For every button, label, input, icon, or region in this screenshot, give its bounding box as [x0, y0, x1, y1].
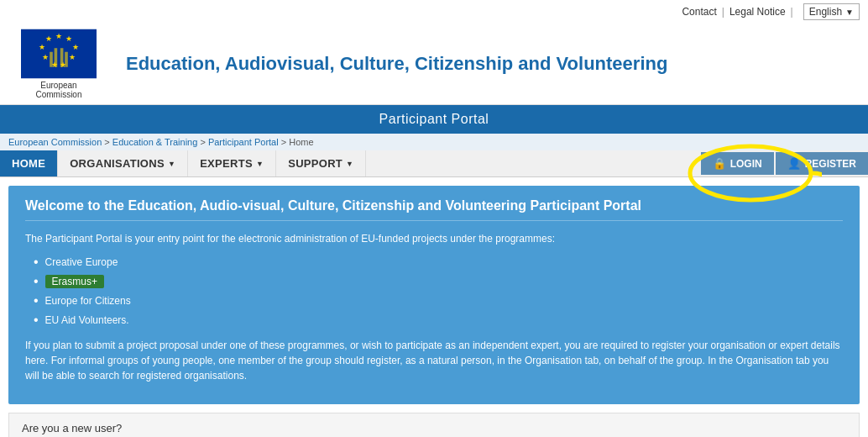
- programme-name: Creative Europe: [45, 256, 118, 268]
- breadcrumb-sep-3: >: [281, 137, 289, 147]
- logo-area: ★ ★ ★ ★ ★ ★ ★ ★ ★ European Commission: [8, 29, 109, 99]
- svg-rect-13: [65, 52, 68, 67]
- breadcrumb-portal[interactable]: Participant Portal: [208, 137, 279, 147]
- breadcrumb-sep-2: >: [200, 137, 207, 147]
- navbar: HOME ORGANISATIONS ▼ EXPERTS ▼ SUPPORT ▼…: [0, 150, 868, 177]
- welcome-body: If you plan to submit a project proposal…: [25, 338, 843, 383]
- language-label: English: [809, 6, 842, 18]
- welcome-intro: The Participant Portal is your entry poi…: [25, 231, 843, 246]
- accordion-item-new-user[interactable]: Are you a new user?: [8, 413, 860, 437]
- svg-text:★: ★: [55, 32, 62, 40]
- breadcrumb-education[interactable]: Education & Training: [112, 137, 198, 147]
- lock-icon: 🔒: [713, 157, 726, 170]
- list-item-europe-citizens: Europe for Citizens: [34, 293, 843, 308]
- nav-organisations[interactable]: ORGANISATIONS ▼: [58, 150, 188, 176]
- legal-notice-link[interactable]: Legal Notice: [729, 6, 786, 18]
- login-button[interactable]: 🔒 LOGIN: [701, 152, 774, 175]
- breadcrumb-sep-1: >: [104, 137, 109, 147]
- separator-2: |: [791, 6, 793, 18]
- site-title: Education, Audiovisual, Culture, Citizen…: [126, 53, 667, 75]
- auth-buttons: 🔒 LOGIN 👤 REGISTER: [701, 150, 868, 176]
- svg-text:★: ★: [65, 34, 72, 43]
- site-header: ★ ★ ★ ★ ★ ★ ★ ★ ★ European Commission Ed…: [0, 24, 868, 105]
- welcome-box: Welcome to the Education, Audio-visual, …: [8, 186, 860, 404]
- language-selector[interactable]: English ▼: [803, 3, 860, 20]
- svg-rect-12: [60, 48, 64, 67]
- top-bar: Contact | Legal Notice | English ▼: [0, 0, 868, 24]
- separator-1: |: [722, 6, 724, 18]
- programme-list: Creative Europe Erasmus+ Europe for Citi…: [34, 255, 843, 328]
- nav-support[interactable]: SUPPORT ▼: [276, 150, 366, 176]
- breadcrumb: European Commission > Education & Traini…: [0, 134, 868, 150]
- svg-rect-11: [55, 48, 58, 67]
- breadcrumb-home: Home: [289, 137, 313, 147]
- list-item-eu-aid: EU Aid Volunteers.: [34, 313, 843, 328]
- svg-text:★: ★: [39, 43, 45, 51]
- nav-experts[interactable]: EXPERTS ▼: [188, 150, 276, 176]
- chevron-down-icon: ▼: [845, 8, 854, 17]
- svg-text:★: ★: [72, 43, 79, 51]
- person-icon: 👤: [787, 157, 801, 170]
- eu-commission-logo: ★ ★ ★ ★ ★ ★ ★ ★ ★: [21, 29, 97, 79]
- welcome-heading: Welcome to the Education, Audio-visual, …: [25, 198, 843, 221]
- nav-home[interactable]: HOME: [0, 150, 58, 176]
- programme-name: EU Aid Volunteers.: [45, 314, 129, 326]
- experts-arrow-icon: ▼: [256, 160, 264, 168]
- portal-bar: Participant Portal: [0, 105, 868, 134]
- list-item-creative-europe: Creative Europe: [34, 255, 843, 270]
- breadcrumb-commission[interactable]: European Commission: [8, 137, 102, 147]
- main-content: Welcome to the Education, Audio-visual, …: [0, 186, 868, 437]
- svg-text:★: ★: [42, 53, 49, 61]
- programme-name: Europe for Citizens: [45, 295, 131, 307]
- svg-text:★: ★: [45, 34, 52, 43]
- svg-rect-10: [50, 52, 53, 67]
- register-button[interactable]: 👤 REGISTER: [776, 152, 868, 175]
- support-arrow-icon: ▼: [346, 160, 353, 168]
- accordion-header-new-user[interactable]: Are you a new user?: [9, 413, 859, 437]
- list-item-erasmus: Erasmus+: [34, 274, 843, 289]
- erasmus-badge: Erasmus+: [45, 275, 104, 288]
- contact-link[interactable]: Contact: [682, 6, 716, 18]
- svg-text:★: ★: [69, 53, 76, 61]
- organisations-arrow-icon: ▼: [168, 160, 175, 168]
- commission-label: European Commission: [35, 81, 81, 99]
